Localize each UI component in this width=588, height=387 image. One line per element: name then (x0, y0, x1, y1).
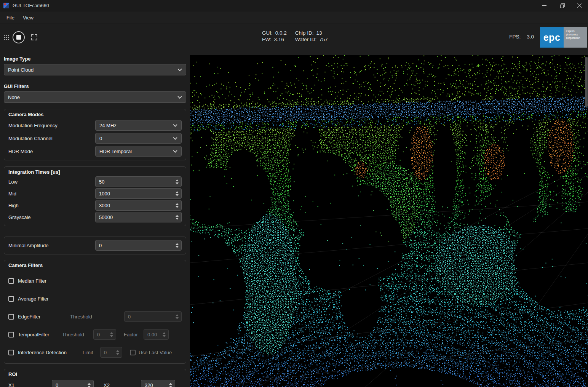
temporal-threshold-spinbox[interactable]: 0 (93, 329, 116, 340)
spin-up-icon[interactable] (116, 350, 119, 352)
spin-down-icon[interactable] (176, 206, 179, 208)
use-last-value-label: Use Last Value (139, 350, 172, 355)
integration-mid-row: Mid 1000 (8, 188, 182, 199)
grip-icon[interactable] (4, 35, 10, 40)
image-type-select[interactable]: Point Cloud (4, 64, 186, 75)
hdr-mode-select[interactable]: HDR Temporal (95, 146, 182, 157)
menu-view[interactable]: View (19, 13, 38, 22)
epc-logo: epc espros photonics corporation (540, 27, 587, 48)
content-area: Image Type Point Cloud GUI Filters None … (0, 51, 588, 387)
gui-filters-value: None (8, 94, 20, 100)
camera-modes-group: Camera Modes Modulation Frequency 24 MHz… (4, 109, 186, 160)
modulation-frequency-row: Modulation Frequency 24 MHz (8, 120, 182, 131)
restore-button[interactable] (553, 0, 570, 11)
interference-detection-label: Interference Detection (18, 350, 83, 355)
roi-row-x: X1 0 X2 320 (8, 380, 182, 387)
integration-high-row: High 3000 (8, 200, 182, 211)
temporal-threshold-label: Threshold (62, 332, 93, 337)
minimal-amplitude-spinbox[interactable]: 0 (95, 240, 182, 251)
temporal-filter-checkbox[interactable] (8, 332, 14, 337)
spin-down-icon[interactable] (176, 182, 179, 184)
use-last-value-checkbox[interactable] (130, 350, 136, 355)
minimize-button[interactable] (535, 0, 553, 11)
spin-down-icon[interactable] (163, 335, 166, 337)
close-button[interactable] (570, 0, 588, 11)
spin-down-icon[interactable] (176, 218, 179, 220)
interference-limit-spinbox[interactable]: 0 (100, 347, 122, 358)
epc-logo-company: espros photonics corporation (564, 27, 587, 48)
spin-up-icon[interactable] (110, 332, 113, 334)
edge-threshold-spinbox[interactable]: 0 (124, 311, 182, 322)
hdr-mode-row: HDR Mode HDR Temporal (8, 146, 182, 157)
viewport-scrollbar[interactable] (585, 57, 588, 107)
spin-down-icon[interactable] (176, 317, 179, 319)
integration-grayscale-spinbox[interactable]: 50000 (95, 212, 182, 222)
integration-mid-spinbox[interactable]: 1000 (95, 188, 182, 199)
interference-limit-label: Limit (83, 350, 100, 355)
spin-up-icon[interactable] (169, 383, 172, 385)
camera-filters-title: Camera Filters (8, 262, 182, 269)
fps-label: FPS: (509, 34, 521, 40)
fullscreen-icon (31, 34, 38, 41)
point-cloud-viewport (190, 55, 588, 387)
integration-high-spinbox[interactable]: 3000 (95, 200, 182, 211)
roi-group: ROI X1 0 X2 320 Y1 0 Y2 (4, 369, 186, 387)
settings-panel: Image Type Point Cloud GUI Filters None … (4, 55, 186, 387)
window-title: GUI-TOFcam660 (13, 3, 49, 8)
integration-low-spinbox[interactable]: 50 (95, 176, 182, 187)
temporal-factor-spinbox[interactable]: 0.00 (144, 329, 169, 340)
minimal-amplitude-label: Minimal Amplitude (8, 243, 95, 248)
integration-grayscale-label: Grayscale (8, 214, 95, 220)
stop-button[interactable] (13, 31, 25, 43)
average-filter-label: Average Filter (18, 296, 49, 302)
minimal-amplitude-group: Minimal Amplitude 0 (4, 237, 186, 254)
roi-x2-label: X2 (94, 382, 141, 387)
roi-x2-spinbox[interactable]: 320 (141, 380, 175, 387)
gui-filters-select[interactable]: None (4, 91, 186, 103)
spin-up-icon[interactable] (176, 191, 179, 193)
stop-icon (16, 35, 21, 40)
modulation-frequency-label: Modulation Frequency (8, 123, 95, 128)
modulation-channel-label: Modulation Channel (8, 136, 95, 141)
spin-up-icon[interactable] (176, 215, 179, 217)
image-type-label: Image Type (4, 56, 186, 62)
edge-filter-label: EdgeFilter (18, 314, 70, 320)
camera-filters-group: Camera Filters Median Filter Average Fil… (4, 260, 186, 364)
spin-up-icon[interactable] (88, 383, 91, 385)
temporal-factor-label: Factor (124, 332, 144, 337)
spin-up-icon[interactable] (176, 314, 179, 316)
spin-down-icon[interactable] (110, 335, 113, 337)
restore-icon (560, 5, 564, 8)
spin-up-icon[interactable] (176, 203, 179, 205)
point-cloud-canvas[interactable] (190, 55, 588, 387)
spin-up-icon[interactable] (176, 179, 179, 181)
roi-x1-spinbox[interactable]: 0 (52, 380, 94, 387)
integration-times-title: Integration Times [us] (8, 169, 182, 175)
integration-mid-label: Mid (8, 191, 95, 197)
modulation-channel-row: Modulation Channel 0 (8, 133, 182, 144)
hdr-mode-label: HDR Mode (8, 149, 95, 154)
average-filter-checkbox[interactable] (8, 296, 14, 302)
spin-up-icon[interactable] (176, 243, 179, 245)
temporal-filter-label: TemporalFilter (18, 332, 62, 337)
integration-times-group: Integration Times [us] Low 50 Mid 1000 H… (4, 166, 186, 226)
median-filter-checkbox[interactable] (8, 278, 14, 284)
chevron-down-icon (173, 136, 177, 140)
spin-down-icon[interactable] (116, 353, 119, 355)
roi-x1-label: X1 (8, 382, 52, 387)
spin-down-icon[interactable] (88, 386, 91, 387)
minimize-icon (542, 5, 546, 6)
fullscreen-button[interactable] (31, 34, 38, 41)
spin-down-icon[interactable] (176, 194, 179, 196)
interference-detection-checkbox[interactable] (8, 350, 14, 355)
modulation-channel-select[interactable]: 0 (95, 133, 182, 144)
edge-filter-checkbox[interactable] (8, 314, 14, 320)
edge-filter-row: EdgeFilter Threshold 0 (8, 311, 182, 322)
menu-file[interactable]: File (2, 13, 19, 22)
spin-up-icon[interactable] (163, 332, 166, 334)
spin-down-icon[interactable] (176, 246, 179, 248)
modulation-frequency-select[interactable]: 24 MHz (95, 120, 182, 131)
edge-threshold-label: Threshold (70, 314, 124, 320)
spin-down-icon[interactable] (169, 386, 172, 387)
fw-version: FW:3.16 (262, 37, 287, 42)
